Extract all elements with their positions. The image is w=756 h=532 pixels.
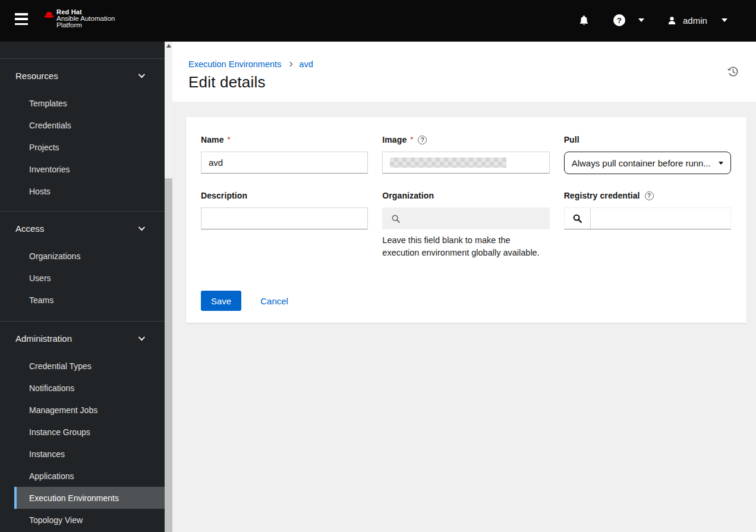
username-label: admin [683,15,707,26]
nav-section-administration: Administration Credential Types Notifica… [0,322,165,531]
registry-credential-input[interactable] [591,208,730,229]
description-field-group: Description [201,191,368,259]
page-title: Edit details [188,73,756,92]
sidebar-item-credential-types[interactable]: Credential Types [0,355,165,377]
organization-lookup-disabled [382,207,549,229]
sidebar-item-instance-groups[interactable]: Instance Groups [0,421,165,443]
sidebar-item-management-jobs[interactable]: Management Jobs [0,399,165,421]
pull-selected-value: Always pull container before runn... [572,158,711,168]
sidebar-scrolled-section [0,42,165,59]
sidebar-item-notifications[interactable]: Notifications [0,377,165,399]
caret-down-icon [719,162,723,165]
required-asterisk: * [410,135,413,144]
hamburger-icon [15,13,28,15]
chevron-down-icon [638,18,644,22]
chevron-down-icon [138,224,145,231]
sidebar-scrollbar[interactable] [165,42,172,532]
user-menu-button[interactable]: admin [667,10,727,31]
name-input[interactable] [201,152,368,174]
sidebar-item-inventories[interactable]: Inventories [0,158,165,180]
nav-section-title: Resources [15,71,58,81]
pull-label: Pull [564,135,579,144]
image-input-redacted-value [390,158,506,168]
scrollbar-thumb[interactable] [165,178,172,532]
chevron-down-icon [138,334,145,341]
registry-credential-label: Registry credential [564,191,640,200]
required-asterisk: * [228,135,231,144]
organization-label: Organization [382,191,434,200]
sidebar-item-projects[interactable]: Projects [0,136,165,158]
search-icon [572,213,582,223]
question-circle-icon: ? [613,14,625,26]
history-icon [727,65,739,78]
sidebar-item-teams[interactable]: Teams [0,289,165,311]
sidebar-item-execution-environments[interactable]: Execution Environments [14,487,165,509]
breadcrumb: Execution Environments avd [188,59,756,69]
sidebar-item-hosts[interactable]: Hosts [0,180,165,202]
image-input[interactable] [382,152,549,174]
registry-credential-search-button[interactable] [565,208,591,229]
sidebar-item-users[interactable]: Users [0,267,165,289]
question-circle-icon[interactable]: ? [645,191,654,200]
description-label: Description [201,191,247,200]
user-icon [667,15,677,26]
sidebar-item-organizations[interactable]: Organizations [0,245,165,267]
nav-toggle-button[interactable] [15,13,28,25]
description-input[interactable] [201,207,368,229]
pull-select[interactable]: Always pull container before runn... [564,152,731,174]
save-button[interactable]: Save [201,291,241,311]
image-field-group: Image * ? [382,136,549,174]
help-menu-button[interactable]: ? [613,10,644,31]
chevron-down-icon [722,18,727,22]
registry-credential-field-group: Registry credential ? [564,191,731,259]
nav-section-title: Access [15,223,44,234]
pull-field-group: Pull Always pull container before runn..… [564,136,731,174]
sidebar-item-instances[interactable]: Instances [0,443,165,465]
breadcrumb-link-avd[interactable]: avd [299,59,313,69]
breadcrumb-link-execution-environments[interactable]: Execution Environments [188,59,281,69]
page-header: Execution Environments avd Edit details [172,42,756,102]
edit-details-form: Name * Image * ? [186,117,746,323]
sidebar-item-applications[interactable]: Applications [0,465,165,487]
nav-section-header-administration[interactable]: Administration [0,322,165,355]
sidebar-item-topology-view[interactable]: Topology View [0,509,165,531]
organization-helper-text: Leave this field blank to make the execu… [382,234,541,259]
organization-field-group: Organization Leave this field blank to m… [382,191,549,259]
question-circle-icon[interactable]: ? [418,136,427,144]
nav-section-header-access[interactable]: Access [0,212,165,245]
chevron-down-icon [138,71,145,78]
name-field-group: Name * [201,136,368,174]
nav-section-header-resources[interactable]: Resources [0,59,165,92]
sidebar-nav: Resources Templates Credentials Projects… [0,42,165,532]
name-label: Name [201,135,224,144]
sidebar-item-credentials[interactable]: Credentials [0,114,165,136]
nav-section-title: Administration [15,333,72,344]
nav-section-access: Access Organizations Users Teams [0,212,165,322]
scrollbar-up-arrow-icon[interactable] [166,44,171,48]
sidebar-item-templates[interactable]: Templates [0,92,165,114]
breadcrumb-separator-icon [288,62,292,67]
search-icon [391,214,401,223]
brand-product-line2: Platform [56,22,115,29]
app-window: Red Hat Ansible Automation Platform ? ad… [0,0,756,532]
edit-details-card: Name * Image * ? [186,117,746,323]
cancel-button[interactable]: Cancel [260,296,288,306]
page-content: Name * Image * ? [172,102,756,532]
bell-icon [578,14,590,26]
form-actions: Save Cancel [201,291,731,323]
registry-credential-lookup [564,207,731,229]
brand-logo: Red Hat Ansible Automation Platform [44,9,115,29]
notifications-button[interactable] [573,10,594,31]
view-activity-stream-button[interactable] [727,65,739,80]
nav-section-resources: Resources Templates Credentials Projects… [0,59,165,212]
redhat-fedora-icon [44,11,54,19]
image-label: Image [382,135,407,144]
masthead: Red Hat Ansible Automation Platform ? ad… [0,0,756,42]
